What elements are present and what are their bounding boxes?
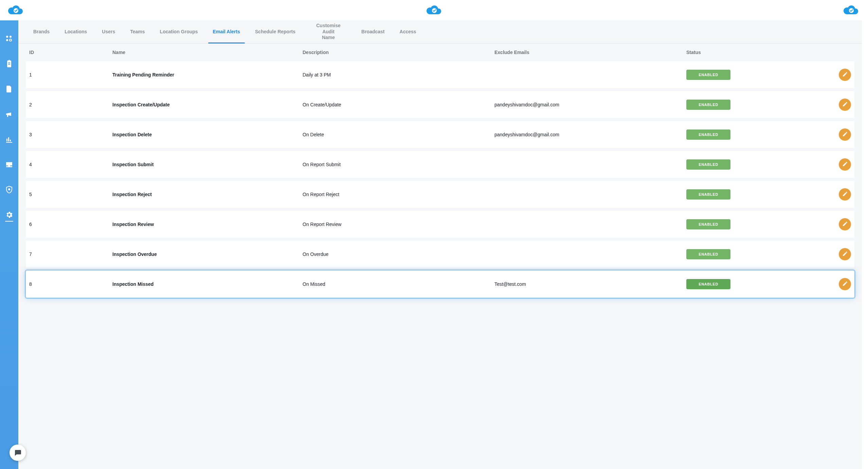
edit-button[interactable] bbox=[839, 158, 851, 171]
cell-name: Inspection Missed bbox=[112, 281, 303, 287]
apps-icon[interactable] bbox=[4, 34, 14, 44]
edit-button[interactable] bbox=[839, 278, 851, 290]
cell-name: Inspection Reject bbox=[112, 192, 303, 197]
edit-button[interactable] bbox=[839, 69, 851, 81]
table-row[interactable]: 1Training Pending ReminderDaily at 3 PME… bbox=[26, 61, 854, 88]
tab-location-groups[interactable]: Location Groups bbox=[152, 20, 205, 43]
cell-description: On Report Reject bbox=[303, 192, 494, 197]
cell-status: ENABLED bbox=[686, 129, 827, 140]
th-status: Status bbox=[686, 50, 827, 55]
table-row[interactable]: 5Inspection RejectOn Report RejectENABLE… bbox=[26, 181, 854, 208]
edit-button[interactable] bbox=[839, 99, 851, 111]
document-icon[interactable] bbox=[4, 84, 14, 94]
analytics-icon[interactable] bbox=[4, 135, 14, 144]
edit-button[interactable] bbox=[839, 218, 851, 230]
th-id: ID bbox=[29, 50, 112, 55]
cell-description: On Missed bbox=[303, 281, 494, 287]
cell-description: Daily at 3 PM bbox=[303, 72, 494, 77]
status-badge[interactable]: ENABLED bbox=[686, 189, 730, 199]
pencil-icon bbox=[842, 251, 848, 258]
pencil-icon bbox=[842, 191, 848, 198]
tab-broadcast[interactable]: Broadcast bbox=[354, 20, 392, 43]
svg-point-4 bbox=[10, 36, 12, 38]
cell-name: Inspection Overdue bbox=[112, 251, 303, 257]
tab-label: Access bbox=[400, 29, 416, 35]
cloud-check-icon[interactable] bbox=[8, 5, 23, 15]
pencil-icon bbox=[842, 101, 848, 108]
tab-customise-audit-name[interactable]: Customise Audit Name bbox=[303, 20, 354, 43]
tab-label: Email Alerts bbox=[213, 29, 240, 35]
tab-label: Brands bbox=[33, 29, 50, 35]
cell-id: 4 bbox=[29, 162, 112, 167]
cell-description: On Report Submit bbox=[303, 162, 494, 167]
cell-status: ENABLED bbox=[686, 279, 827, 289]
cell-status: ENABLED bbox=[686, 100, 827, 110]
cell-description: On Delete bbox=[303, 132, 494, 137]
pencil-icon bbox=[842, 281, 848, 288]
cell-description: On Overdue bbox=[303, 251, 494, 257]
cell-id: 1 bbox=[29, 72, 112, 77]
table-header: ID Name Description Exclude Emails Statu… bbox=[18, 44, 862, 61]
sidebar bbox=[0, 20, 18, 469]
cell-name: Inspection Review bbox=[112, 222, 303, 227]
tab-label: Users bbox=[102, 29, 115, 35]
cell-name: Inspection Submit bbox=[112, 162, 303, 167]
cell-id: 5 bbox=[29, 192, 112, 197]
edit-button[interactable] bbox=[839, 248, 851, 260]
status-badge[interactable]: ENABLED bbox=[686, 249, 730, 259]
tab-schedule-reports[interactable]: Schedule Reports bbox=[248, 20, 303, 43]
topbar bbox=[0, 0, 868, 20]
edit-button[interactable] bbox=[839, 128, 851, 141]
tab-users[interactable]: Users bbox=[94, 20, 123, 43]
clipboard-icon[interactable] bbox=[4, 59, 14, 69]
cell-exclude: pandeyshivamdoc@gmail.com bbox=[494, 102, 686, 107]
tab-teams[interactable]: Teams bbox=[123, 20, 152, 43]
edit-button[interactable] bbox=[839, 188, 851, 201]
cell-status: ENABLED bbox=[686, 249, 827, 259]
cell-status: ENABLED bbox=[686, 70, 827, 80]
status-badge[interactable]: ENABLED bbox=[686, 129, 730, 140]
inbox-icon[interactable] bbox=[4, 160, 14, 169]
table-row[interactable]: 2Inspection Create/UpdateOn Create/Updat… bbox=[26, 91, 854, 118]
settings-icon[interactable] bbox=[4, 210, 14, 220]
tab-locations[interactable]: Locations bbox=[57, 20, 94, 43]
cell-id: 7 bbox=[29, 251, 112, 257]
svg-point-3 bbox=[6, 36, 8, 38]
status-badge[interactable]: ENABLED bbox=[686, 159, 730, 170]
table-row[interactable]: 7Inspection OverdueOn OverdueENABLED bbox=[26, 241, 854, 268]
th-exclude: Exclude Emails bbox=[494, 50, 686, 55]
pencil-icon bbox=[842, 131, 848, 138]
cloud-check-icon[interactable] bbox=[427, 5, 441, 15]
tab-access[interactable]: Access bbox=[392, 20, 424, 43]
status-badge[interactable]: ENABLED bbox=[686, 70, 730, 80]
cell-exclude: pandeyshivamdoc@gmail.com bbox=[494, 132, 686, 137]
table-rows: 1Training Pending ReminderDaily at 3 PME… bbox=[18, 61, 862, 314]
table-row[interactable]: 4Inspection SubmitOn Report SubmitENABLE… bbox=[26, 151, 854, 178]
th-description: Description bbox=[303, 50, 494, 55]
tab-label: Location Groups bbox=[160, 29, 198, 35]
megaphone-icon[interactable] bbox=[4, 109, 14, 119]
svg-point-7 bbox=[8, 188, 10, 190]
shield-icon[interactable] bbox=[4, 185, 14, 194]
tab-email-alerts[interactable]: Email Alerts bbox=[205, 20, 248, 43]
cell-id: 6 bbox=[29, 222, 112, 227]
table-row[interactable]: 8Inspection MissedOn MissedTest@test.com… bbox=[26, 271, 854, 298]
cloud-check-icon[interactable] bbox=[844, 5, 858, 15]
cell-description: On Report Review bbox=[303, 222, 494, 227]
status-badge[interactable]: ENABLED bbox=[686, 219, 730, 229]
status-badge[interactable]: ENABLED bbox=[686, 100, 730, 110]
tab-brands[interactable]: Brands bbox=[26, 20, 57, 43]
tab-label: Customise Audit Name bbox=[310, 23, 346, 41]
pencil-icon bbox=[842, 221, 848, 228]
cell-name: Inspection Delete bbox=[112, 132, 303, 137]
table-row[interactable]: 3Inspection DeleteOn Deletepandeyshivamd… bbox=[26, 121, 854, 148]
pencil-icon bbox=[842, 71, 848, 78]
tab-label: Broadcast bbox=[361, 29, 384, 35]
cell-status: ENABLED bbox=[686, 189, 827, 199]
table-row[interactable]: 6Inspection ReviewOn Report ReviewENABLE… bbox=[26, 211, 854, 238]
status-badge[interactable]: ENABLED bbox=[686, 279, 730, 289]
cell-id: 3 bbox=[29, 132, 112, 137]
tab-label: Schedule Reports bbox=[255, 29, 295, 35]
th-name: Name bbox=[112, 50, 303, 55]
chat-button[interactable] bbox=[10, 445, 26, 461]
